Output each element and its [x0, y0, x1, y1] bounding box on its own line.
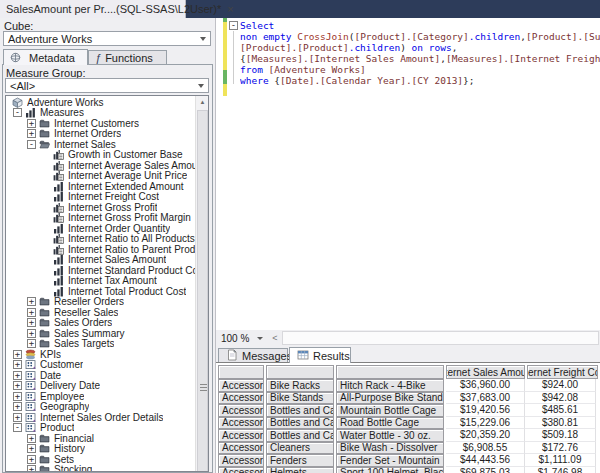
horizontal-scrollbar[interactable] [282, 331, 599, 345]
tree-item[interactable]: +Geography [6, 402, 195, 413]
tree-item[interactable]: +Internet Sales Order Details [6, 412, 195, 423]
tree-item[interactable]: +Employee [6, 391, 195, 402]
tree-item[interactable]: +Internet Orders [6, 129, 195, 140]
collapse-minus-icon[interactable]: - [13, 423, 22, 432]
tree-item[interactable]: Internet Ratio to Parent Product [6, 244, 195, 255]
grid-member-cell[interactable]: Sport-100 Helmet, Black [336, 467, 444, 473]
grid-column-header[interactable]: Internet Freight Cost [527, 365, 598, 379]
grid-member-cell[interactable]: Accessories [218, 379, 264, 392]
code-line[interactable]: where {[Date].[Calendar Year].[CY 2013]}… [240, 75, 600, 86]
expand-plus-icon[interactable]: + [27, 434, 36, 443]
tree-item[interactable]: Internet Gross Profit [6, 202, 195, 213]
tree-item[interactable]: +Sets [6, 454, 195, 465]
tree-item[interactable]: +Sales Targets [6, 339, 195, 350]
grid-value-cell[interactable]: $172.76 [525, 442, 596, 455]
tree-item[interactable]: Internet Total Product Cost [6, 286, 195, 297]
grid-value-cell[interactable]: $509.18 [525, 429, 596, 442]
document-tab[interactable]: SalesAmount per Pr....(SQL-SSAS\L2User)*… [0, 0, 186, 18]
grid-value-cell[interactable]: $1,111.09 [525, 454, 596, 467]
tree-item[interactable]: +Reseller Orders [6, 297, 195, 308]
collapse-minus-icon[interactable]: - [27, 140, 36, 149]
tree-item[interactable]: -Measures [6, 108, 195, 119]
code-line[interactable]: Select [240, 20, 600, 31]
expand-plus-icon[interactable]: + [27, 318, 36, 327]
tree-scrollbar-thumb[interactable] [197, 110, 208, 472]
code-line[interactable]: from [Adventure Works] [240, 64, 600, 75]
grid-member-cell[interactable]: Helmets [266, 467, 334, 473]
grid-member-cell[interactable]: Fenders [266, 454, 334, 467]
tree-item[interactable]: +Sales Orders [6, 318, 195, 329]
grid-value-cell[interactable]: $6,908.55 [446, 442, 525, 455]
tree-item[interactable]: +Customer [6, 360, 195, 371]
tree-item[interactable]: Internet Tax Amount [6, 276, 195, 287]
tree-item[interactable]: Internet Extended Amount [6, 181, 195, 192]
mdx-query-editor[interactable]: - Selectnon empty CrossJoin([Product].[C… [215, 18, 600, 330]
expand-plus-icon[interactable]: + [27, 329, 36, 338]
grid-member-cell[interactable]: Bottles and Cages [266, 404, 334, 417]
grid-member-cell[interactable]: Cleaners [266, 442, 334, 455]
tree-item[interactable]: Internet Sales Amount [6, 255, 195, 266]
grid-corner-cell[interactable] [218, 365, 264, 379]
grid-corner-cell[interactable] [336, 365, 444, 379]
expand-plus-icon[interactable]: + [13, 360, 22, 369]
grid-column-header[interactable]: Internet Sales Amount [446, 365, 525, 379]
expand-plus-icon[interactable]: + [27, 297, 36, 306]
code-line[interactable]: [Product].[Product].children) on rows, [240, 42, 600, 53]
grid-member-cell[interactable]: Hitch Rack - 4-Bike [336, 379, 444, 392]
close-icon[interactable]: × [227, 4, 233, 14]
tree-item[interactable]: Growth in Customer Base [6, 150, 195, 161]
tree-item[interactable]: +Delivery Date [6, 381, 195, 392]
tree-item[interactable]: +Reseller Sales [6, 307, 195, 318]
tree-item[interactable]: -Product [6, 423, 195, 434]
tab-results[interactable]: Results [289, 347, 351, 363]
tree-item[interactable]: +Stocking [6, 465, 195, 473]
grid-corner-cell[interactable] [266, 365, 334, 379]
expand-plus-icon[interactable]: + [27, 444, 36, 453]
tab-functions[interactable]: ƒ Functions [88, 50, 167, 65]
expand-plus-icon[interactable]: + [27, 119, 36, 128]
expand-plus-icon[interactable]: + [13, 402, 22, 411]
scroll-left-icon[interactable]: < [269, 331, 281, 345]
tree-item[interactable]: +Date [6, 370, 195, 381]
expand-plus-icon[interactable]: + [13, 413, 22, 422]
grid-member-cell[interactable]: Mountain Bottle Cage [336, 404, 444, 417]
grid-member-cell[interactable]: All-Purpose Bike Stand [336, 392, 444, 405]
grid-member-cell[interactable]: Accessories [218, 442, 264, 455]
grid-member-cell[interactable]: Bottles and Cages [266, 417, 334, 430]
expand-plus-icon[interactable]: + [13, 381, 22, 390]
tree-item[interactable]: Internet Ratio to All Products [6, 234, 195, 245]
cube-select[interactable]: Adventure Works [3, 31, 211, 46]
tree-item[interactable]: Internet Gross Profit Margin [6, 213, 195, 224]
expand-plus-icon[interactable]: + [13, 371, 22, 380]
expand-plus-icon[interactable]: + [13, 392, 22, 401]
grid-member-cell[interactable]: Road Bottle Cage [336, 417, 444, 430]
tree-item[interactable]: Internet Standard Product Cost [6, 265, 195, 276]
grid-value-cell[interactable]: $15,229.06 [446, 417, 525, 430]
scroll-up-icon[interactable]: ▲ [196, 96, 209, 109]
grid-value-cell[interactable]: $69,875.03 [446, 467, 525, 473]
tree-item[interactable]: +Internet Customers [6, 118, 195, 129]
code-line[interactable]: non empty CrossJoin([Product].[Category]… [240, 31, 600, 42]
grid-member-cell[interactable]: Accessories [218, 429, 264, 442]
grid-value-cell[interactable]: $380.81 [525, 417, 596, 430]
tree-item[interactable]: -Internet Sales [6, 139, 195, 150]
expand-plus-icon[interactable]: + [27, 308, 36, 317]
grid-member-cell[interactable]: Accessories [218, 404, 264, 417]
tree-item[interactable]: +Financial [6, 433, 195, 444]
grid-value-cell[interactable]: $37,683.00 [446, 392, 525, 405]
tree-scrollbar[interactable]: ▲ [195, 96, 208, 472]
tree-item[interactable]: Internet Average Unit Price [6, 171, 195, 182]
grid-member-cell[interactable]: Bike Wash - Dissolver [336, 442, 444, 455]
grid-member-cell[interactable]: Accessories [218, 454, 264, 467]
expand-plus-icon[interactable]: + [27, 455, 36, 464]
grid-value-cell[interactable]: $485.61 [525, 404, 596, 417]
grid-member-cell[interactable]: Bottles and Cages [266, 429, 334, 442]
grid-value-cell[interactable]: $19,420.56 [446, 404, 525, 417]
tree-item[interactable]: Internet Freight Cost [6, 192, 195, 203]
grid-member-cell[interactable]: Fender Set - Mountain [336, 454, 444, 467]
expand-plus-icon[interactable]: + [13, 350, 22, 359]
grid-member-cell[interactable]: Accessories [218, 392, 264, 405]
grid-value-cell[interactable]: $20,359.20 [446, 429, 525, 442]
tab-messages[interactable]: Messages [218, 348, 288, 363]
tree-item[interactable]: Internet Order Quantity [6, 223, 195, 234]
